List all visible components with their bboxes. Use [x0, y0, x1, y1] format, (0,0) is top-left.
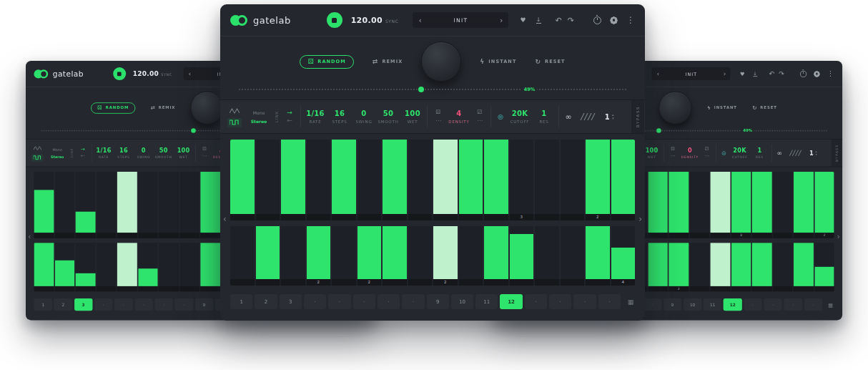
pattern-step-4[interactable]: · [304, 294, 326, 309]
gate-step-16[interactable] [611, 226, 636, 279]
gate-bar[interactable] [76, 211, 95, 233]
gate-step-6[interactable] [357, 140, 383, 214]
pattern-count-stepper[interactable]: 1 ▴▾ [805, 140, 820, 167]
gate-step-3[interactable] [76, 243, 97, 286]
infinity-loop-icon[interactable]: ∞ [561, 100, 576, 133]
preset-name[interactable]: INIT [422, 17, 500, 24]
gate-step-2[interactable] [256, 140, 282, 214]
gate-step-9[interactable] [433, 140, 459, 214]
preset-next-button[interactable]: › [724, 71, 726, 77]
link-toggle[interactable]: LINK [272, 100, 281, 133]
gate-bar[interactable] [200, 243, 220, 286]
pattern-step-2[interactable]: 2 [54, 298, 73, 311]
gate-bar[interactable] [281, 140, 305, 214]
nudge-right-icon[interactable]: → [287, 109, 292, 116]
filter-icon[interactable]: ◎ [718, 140, 729, 167]
gate-step-11[interactable] [711, 243, 731, 286]
gate-step-8[interactable] [648, 172, 669, 233]
gate-step-4[interactable] [307, 226, 332, 279]
gate-bar[interactable] [34, 243, 53, 286]
pattern-step-3[interactable]: 3 [74, 298, 93, 311]
gate-step-10[interactable] [459, 140, 485, 214]
gate-bar[interactable] [794, 172, 813, 233]
gate-bar[interactable] [510, 234, 534, 279]
gate-bar[interactable] [814, 172, 834, 233]
wet-param[interactable]: 100 WET [400, 100, 425, 133]
main-knob[interactable] [659, 92, 692, 125]
res-param[interactable]: 1 RES [532, 100, 556, 133]
pattern-step-9[interactable]: 9 [664, 298, 682, 311]
gate-bar-accent[interactable] [711, 172, 730, 233]
pattern-step-9[interactable]: 9 [427, 294, 449, 309]
gate-bar[interactable] [586, 226, 610, 279]
pattern-step-10[interactable]: 10 [684, 298, 702, 311]
gate-step-5[interactable] [117, 172, 138, 233]
gate-step-13[interactable] [752, 172, 773, 233]
pattern-step-12[interactable]: 12 [500, 294, 522, 309]
menu-kebab-icon[interactable]: ⋮ [827, 70, 834, 77]
gate-step-13[interactable] [752, 243, 773, 286]
gate-step-9[interactable] [433, 226, 459, 279]
wet-param[interactable]: 100 WET [174, 140, 194, 167]
gate-bar[interactable] [332, 140, 356, 214]
random-button[interactable]: ⚄ RANDOM [300, 55, 353, 69]
dice-icon[interactable]: ⚂ [478, 109, 483, 115]
slider-handle[interactable] [191, 128, 196, 133]
gate-step-3[interactable] [281, 140, 307, 214]
slider-track[interactable] [239, 89, 626, 90]
pattern-step-11[interactable]: 11 [704, 298, 722, 311]
slider-handle[interactable] [656, 128, 661, 133]
gate-step-8[interactable] [648, 243, 669, 286]
square-wave-icon[interactable] [227, 118, 242, 127]
gate-step-15[interactable] [794, 172, 814, 233]
bypass-toggle[interactable]: BYPASS [631, 100, 645, 133]
gate-step-12[interactable] [731, 172, 752, 233]
dots-icon[interactable]: ⋯ [477, 118, 483, 124]
gate-step-3[interactable] [76, 172, 97, 233]
gate-step-11[interactable] [711, 172, 731, 233]
redo-icon[interactable]: ↷ [779, 71, 784, 77]
gate-step-12[interactable] [731, 243, 752, 286]
cutoff-param[interactable]: 20K CUTOFF [508, 100, 532, 133]
gate-bar[interactable] [256, 226, 280, 279]
gate-step-5[interactable] [117, 243, 138, 286]
swing-param[interactable]: 0 SWING [352, 100, 376, 133]
gate-bar[interactable] [383, 140, 407, 214]
bpm-value[interactable]: 120.00 [351, 16, 383, 25]
steps-param[interactable]: 16 STEPS [327, 100, 352, 133]
pattern-step-3[interactable]: 3 [280, 294, 302, 309]
gate-bar[interactable] [586, 140, 610, 214]
play-button[interactable] [113, 67, 126, 80]
dots-icon[interactable]: ⋯ [704, 154, 709, 159]
stereo-option[interactable]: Stereo [251, 119, 267, 124]
pattern-step-8[interactable]: · [643, 298, 661, 311]
nudge-right-icon[interactable]: → [80, 147, 84, 152]
density-param[interactable]: 4 DENSITY [447, 100, 471, 133]
triangle-wave-icon[interactable] [227, 107, 242, 116]
link-toggle[interactable]: LINK [68, 140, 76, 167]
smooth-param[interactable]: 50 SMOOTH [154, 140, 174, 167]
gate-bar[interactable] [611, 248, 636, 279]
redo-icon[interactable]: ↷ [568, 16, 574, 24]
pattern-step-9[interactable]: 9 [195, 298, 214, 311]
pattern-step-6[interactable]: · [353, 294, 375, 309]
smooth-param[interactable]: 50 SMOOTH [376, 100, 400, 133]
pattern-step-12[interactable]: 12 [724, 298, 742, 311]
pattern-step-14[interactable]: · [549, 294, 571, 309]
gate-step-7[interactable] [383, 226, 408, 279]
favorite-heart-icon[interactable]: ♥ [520, 17, 526, 24]
slider-handle[interactable] [418, 87, 424, 92]
pattern-step-1[interactable]: 1 [230, 294, 252, 309]
triangle-wave-icon[interactable] [31, 145, 43, 152]
gate-bar[interactable] [383, 226, 407, 279]
gate-bar[interactable] [484, 140, 508, 214]
gate-bar[interactable] [731, 172, 751, 233]
instant-button[interactable]: ϟ INSTANT [707, 105, 737, 110]
gate-bar[interactable] [752, 172, 771, 233]
gate-step-13[interactable] [535, 140, 561, 214]
gate-step-3[interactable] [281, 226, 307, 279]
bypass-toggle[interactable]: BYPASS [832, 140, 843, 167]
grid-icon[interactable]: ▦ [827, 302, 834, 308]
mono-option[interactable]: Mono [53, 147, 62, 152]
nudge-left-icon[interactable]: ← [287, 117, 292, 124]
